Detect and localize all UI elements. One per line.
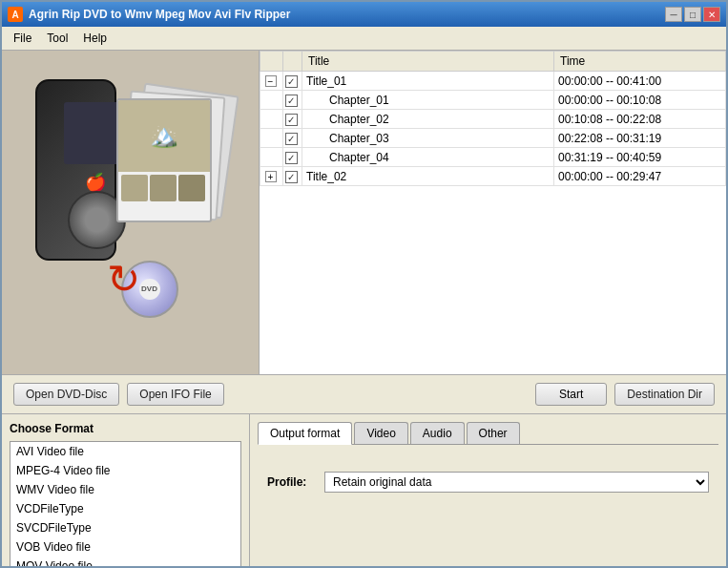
col-title: Title [302,52,554,72]
row-time: 00:00:00 -- 00:10:08 [554,91,726,110]
start-button[interactable]: Start [535,383,607,406]
open-ifo-button[interactable]: Open IFO File [127,383,223,406]
open-dvd-button[interactable]: Open DVD-Disc [13,383,119,406]
table-row[interactable]: −Title_0100:00:00 -- 00:41:00 [260,72,726,91]
format-item[interactable]: VCDFileType [10,499,240,518]
row-checkbox[interactable] [285,114,298,126]
col-time: Time [554,52,726,72]
row-title: Chapter_02 [302,110,554,129]
format-item[interactable]: SVCDFileType [10,518,240,537]
format-title: Choose Format [10,422,241,435]
col-check [283,52,302,72]
thumb-2 [150,175,177,201]
row-title: Chapter_04 [302,148,554,167]
title-bar: A Agrin Rip DVD to Wmv Mpeg Mov Avi Flv … [2,2,726,27]
tab-content: Profile: Retain original dataCustom [258,452,718,502]
tabs: Output formatVideoAudioOther [258,422,718,445]
profile-label: Profile: [267,475,315,489]
close-button[interactable]: ✕ [703,7,720,22]
file-tree: Title Time −Title_0100:00:00 -- 00:41:00… [260,51,726,186]
format-list[interactable]: AVI Video fileMPEG-4 Video fileWMV Video… [10,441,241,566]
tab-audio[interactable]: Audio [410,422,465,444]
row-title: Chapter_01 [302,91,554,110]
top-section: 🍎 🏔️ [2,51,726,375]
row-checkbox[interactable] [285,152,298,164]
format-item[interactable]: MOV Video file [10,557,240,566]
title-bar-left: A Agrin Rip DVD to Wmv Mpeg Mov Avi Flv … [8,7,290,22]
app-icon: A [8,7,23,22]
thumb-3 [178,175,205,201]
row-title: Title_02 [302,167,554,186]
row-time: 00:00:00 -- 00:29:47 [554,167,726,186]
photo-card-1: 🏔️ [116,98,212,222]
destination-button[interactable]: Destination Dir [614,383,715,406]
left-panel: 🍎 🏔️ [2,51,260,374]
table-row[interactable]: Chapter_0400:31:19 -- 00:40:59 [260,148,726,167]
row-time: 00:31:19 -- 00:40:59 [554,148,726,167]
tab-other[interactable]: Other [467,422,520,444]
refresh-arrow-icon: ↻ [107,256,140,303]
main-window: A Agrin Rip DVD to Wmv Mpeg Mov Avi Flv … [0,0,728,568]
col-expand [260,52,283,72]
ipod-body: 🍎 [35,79,116,261]
format-item[interactable]: AVI Video file [10,442,240,461]
ipod-graphic: 🍎 🏔️ [16,70,245,356]
output-panel: Output formatVideoAudioOther Profile: Re… [250,414,726,566]
expand-button[interactable]: + [265,171,277,182]
bottom-section: Choose Format AVI Video fileMPEG-4 Video… [2,414,726,566]
format-item[interactable]: VOB Video file [10,537,240,557]
apple-icon: 🍎 [85,172,106,193]
table-row[interactable]: Chapter_0200:10:08 -- 00:22:08 [260,110,726,129]
row-checkbox[interactable] [285,133,298,145]
thumb-1 [121,175,148,201]
row-time: 00:22:08 -- 00:31:19 [554,129,726,148]
row-title: Chapter_03 [302,129,554,148]
row-title: Title_01 [302,72,554,91]
row-time: 00:00:00 -- 00:41:00 [554,72,726,91]
profile-select[interactable]: Retain original dataCustom [324,472,709,493]
menu-file[interactable]: File [6,29,39,48]
menu-bar: File Tool Help [2,27,726,51]
table-row[interactable]: Chapter_0100:00:00 -- 00:10:08 [260,91,726,110]
window-controls: ─ □ ✕ [665,7,720,22]
photos-stack: 🏔️ [116,89,231,280]
tab-video[interactable]: Video [354,422,407,444]
dvd-label: DVD [139,279,160,300]
row-checkbox[interactable] [285,75,298,88]
table-row[interactable]: Chapter_0300:22:08 -- 00:31:19 [260,129,726,148]
row-time: 00:10:08 -- 00:22:08 [554,110,726,129]
row-checkbox[interactable] [285,171,298,183]
window-title: Agrin Rip DVD to Wmv Mpeg Mov Avi Flv Ri… [29,8,290,21]
minimize-button[interactable]: ─ [665,7,682,22]
file-tree-panel: Title Time −Title_0100:00:00 -- 00:41:00… [260,51,726,374]
table-row[interactable]: +Title_0200:00:00 -- 00:29:47 [260,167,726,186]
buttons-bar: Open DVD-Disc Open IFO File Start Destin… [2,375,726,414]
row-checkbox[interactable] [285,95,298,107]
photo-image: 🏔️ [118,100,210,173]
expand-button[interactable]: − [265,75,277,87]
format-item[interactable]: WMV Video file [10,480,240,499]
menu-tool[interactable]: Tool [39,29,75,48]
format-item[interactable]: MPEG-4 Video file [10,461,240,480]
format-panel: Choose Format AVI Video fileMPEG-4 Video… [2,414,250,566]
maximize-button[interactable]: □ [684,7,701,22]
profile-row: Profile: Retain original dataCustom [267,472,709,493]
menu-help[interactable]: Help [75,29,114,48]
photo-thumbnails [118,172,210,204]
main-content: 🍎 🏔️ [2,51,726,566]
tab-output-format[interactable]: Output format [258,422,352,445]
